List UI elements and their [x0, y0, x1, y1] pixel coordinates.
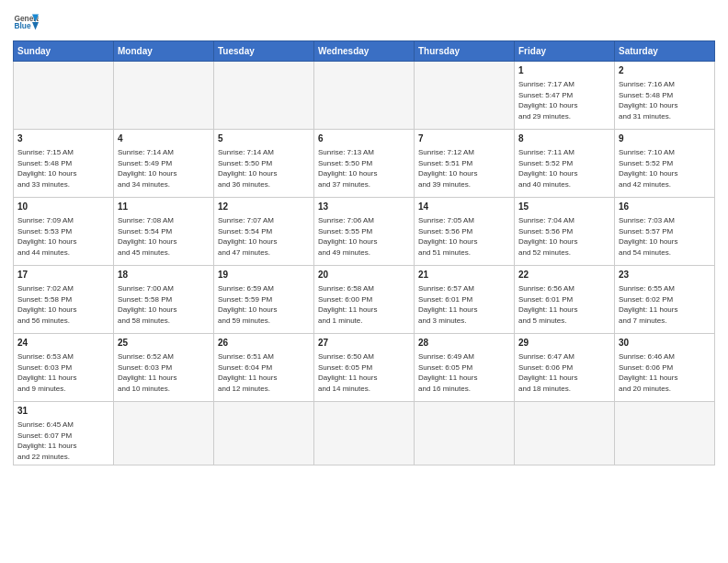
calendar-day-cell	[214, 402, 314, 465]
day-info: Sunrise: 7:02 AM Sunset: 5:58 PM Dayligh…	[17, 283, 109, 326]
day-info: Sunrise: 7:11 AM Sunset: 5:52 PM Dayligh…	[518, 147, 610, 190]
calendar-body: 1Sunrise: 7:17 AM Sunset: 5:47 PM Daylig…	[14, 62, 715, 465]
logo-icon: General Blue	[13, 9, 39, 35]
day-info: Sunrise: 7:03 AM Sunset: 5:57 PM Dayligh…	[619, 215, 711, 258]
calendar-day-cell: 17Sunrise: 7:02 AM Sunset: 5:58 PM Dayli…	[14, 266, 114, 334]
day-number: 28	[418, 337, 510, 350]
day-number: 17	[17, 269, 109, 282]
day-info: Sunrise: 6:51 AM Sunset: 6:04 PM Dayligh…	[218, 351, 310, 394]
day-number: 9	[619, 132, 711, 145]
calendar-day-cell: 15Sunrise: 7:04 AM Sunset: 5:56 PM Dayli…	[515, 198, 615, 266]
calendar-day-cell: 18Sunrise: 7:00 AM Sunset: 5:58 PM Dayli…	[114, 266, 214, 334]
calendar-day-cell	[114, 402, 214, 465]
day-info: Sunrise: 7:16 AM Sunset: 5:48 PM Dayligh…	[619, 79, 711, 121]
calendar-week-row: 31Sunrise: 6:45 AM Sunset: 6:07 PM Dayli…	[14, 402, 715, 465]
calendar-day-cell: 22Sunrise: 6:56 AM Sunset: 6:01 PM Dayli…	[515, 266, 615, 334]
calendar-header-cell: Wednesday	[314, 41, 415, 62]
calendar-day-cell: 4Sunrise: 7:14 AM Sunset: 5:49 PM Daylig…	[114, 130, 214, 198]
calendar-header-cell: Sunday	[14, 41, 114, 62]
calendar-day-cell	[615, 402, 715, 465]
calendar-header-cell: Tuesday	[214, 41, 314, 62]
day-number: 20	[318, 269, 410, 282]
calendar-day-cell	[314, 402, 415, 465]
day-info: Sunrise: 6:46 AM Sunset: 6:06 PM Dayligh…	[619, 351, 711, 394]
day-number: 12	[218, 201, 310, 213]
day-number: 10	[17, 201, 109, 213]
calendar-day-cell: 1Sunrise: 7:17 AM Sunset: 5:47 PM Daylig…	[515, 62, 615, 130]
calendar-header: SundayMondayTuesdayWednesdayThursdayFrid…	[14, 41, 715, 62]
calendar-day-cell: 16Sunrise: 7:03 AM Sunset: 5:57 PM Dayli…	[615, 198, 715, 266]
header: General Blue	[13, 9, 715, 35]
calendar-day-cell: 10Sunrise: 7:09 AM Sunset: 5:53 PM Dayli…	[14, 198, 114, 266]
day-number: 22	[518, 269, 610, 282]
day-info: Sunrise: 7:14 AM Sunset: 5:49 PM Dayligh…	[118, 147, 210, 190]
day-info: Sunrise: 7:12 AM Sunset: 5:51 PM Dayligh…	[418, 147, 510, 190]
day-number: 24	[17, 337, 109, 350]
calendar-day-cell: 30Sunrise: 6:46 AM Sunset: 6:06 PM Dayli…	[615, 334, 715, 402]
day-info: Sunrise: 6:56 AM Sunset: 6:01 PM Dayligh…	[518, 283, 610, 326]
day-info: Sunrise: 6:55 AM Sunset: 6:02 PM Dayligh…	[619, 283, 711, 326]
day-info: Sunrise: 7:09 AM Sunset: 5:53 PM Dayligh…	[17, 215, 109, 258]
day-info: Sunrise: 7:05 AM Sunset: 5:56 PM Dayligh…	[418, 215, 510, 258]
calendar-day-cell: 28Sunrise: 6:49 AM Sunset: 6:05 PM Dayli…	[415, 334, 515, 402]
day-number: 25	[118, 337, 210, 350]
day-number: 30	[619, 337, 711, 350]
calendar-day-cell	[515, 402, 615, 465]
calendar-week-row: 17Sunrise: 7:02 AM Sunset: 5:58 PM Dayli…	[14, 266, 715, 334]
calendar-day-cell: 24Sunrise: 6:53 AM Sunset: 6:03 PM Dayli…	[14, 334, 114, 402]
day-number: 18	[118, 269, 210, 282]
day-info: Sunrise: 7:10 AM Sunset: 5:52 PM Dayligh…	[619, 147, 711, 190]
calendar-day-cell: 29Sunrise: 6:47 AM Sunset: 6:06 PM Dayli…	[515, 334, 615, 402]
day-number: 8	[518, 132, 610, 145]
calendar-day-cell	[214, 62, 314, 130]
calendar-day-cell: 3Sunrise: 7:15 AM Sunset: 5:48 PM Daylig…	[14, 130, 114, 198]
calendar-header-cell: Thursday	[415, 41, 515, 62]
calendar-day-cell: 31Sunrise: 6:45 AM Sunset: 6:07 PM Dayli…	[14, 402, 114, 465]
svg-text:Blue: Blue	[14, 21, 30, 30]
day-number: 16	[619, 201, 711, 213]
day-info: Sunrise: 6:49 AM Sunset: 6:05 PM Dayligh…	[418, 351, 510, 394]
day-number: 19	[218, 269, 310, 282]
calendar-day-cell: 19Sunrise: 6:59 AM Sunset: 5:59 PM Dayli…	[214, 266, 314, 334]
day-info: Sunrise: 7:17 AM Sunset: 5:47 PM Dayligh…	[518, 79, 610, 121]
day-number: 1	[518, 64, 610, 77]
logo: General Blue	[13, 9, 39, 35]
day-info: Sunrise: 7:13 AM Sunset: 5:50 PM Dayligh…	[318, 147, 410, 190]
day-info: Sunrise: 6:53 AM Sunset: 6:03 PM Dayligh…	[17, 351, 109, 394]
calendar-day-cell	[415, 62, 515, 130]
day-info: Sunrise: 7:06 AM Sunset: 5:55 PM Dayligh…	[318, 215, 410, 258]
day-info: Sunrise: 6:45 AM Sunset: 6:07 PM Dayligh…	[17, 419, 109, 462]
day-number: 15	[518, 201, 610, 213]
day-number: 11	[118, 201, 210, 213]
day-info: Sunrise: 6:57 AM Sunset: 6:01 PM Dayligh…	[418, 283, 510, 326]
calendar-header-row: SundayMondayTuesdayWednesdayThursdayFrid…	[14, 41, 715, 62]
calendar-header-cell: Monday	[114, 41, 214, 62]
calendar-day-cell: 7Sunrise: 7:12 AM Sunset: 5:51 PM Daylig…	[415, 130, 515, 198]
day-number: 31	[17, 405, 109, 418]
calendar: SundayMondayTuesdayWednesdayThursdayFrid…	[13, 40, 715, 465]
calendar-day-cell: 11Sunrise: 7:08 AM Sunset: 5:54 PM Dayli…	[114, 198, 214, 266]
day-number: 23	[619, 269, 711, 282]
day-info: Sunrise: 6:58 AM Sunset: 6:00 PM Dayligh…	[318, 283, 410, 326]
day-number: 29	[518, 337, 610, 350]
svg-marker-3	[32, 22, 39, 29]
day-info: Sunrise: 7:14 AM Sunset: 5:50 PM Dayligh…	[218, 147, 310, 190]
day-number: 27	[318, 337, 410, 350]
day-info: Sunrise: 7:07 AM Sunset: 5:54 PM Dayligh…	[218, 215, 310, 258]
calendar-day-cell: 26Sunrise: 6:51 AM Sunset: 6:04 PM Dayli…	[214, 334, 314, 402]
day-number: 7	[418, 132, 510, 145]
calendar-day-cell	[114, 62, 214, 130]
day-number: 3	[17, 132, 109, 145]
calendar-day-cell: 2Sunrise: 7:16 AM Sunset: 5:48 PM Daylig…	[615, 62, 715, 130]
calendar-day-cell: 14Sunrise: 7:05 AM Sunset: 5:56 PM Dayli…	[415, 198, 515, 266]
calendar-week-row: 24Sunrise: 6:53 AM Sunset: 6:03 PM Dayli…	[14, 334, 715, 402]
calendar-day-cell: 20Sunrise: 6:58 AM Sunset: 6:00 PM Dayli…	[314, 266, 415, 334]
day-number: 2	[619, 64, 711, 77]
day-info: Sunrise: 7:00 AM Sunset: 5:58 PM Dayligh…	[118, 283, 210, 326]
day-info: Sunrise: 6:47 AM Sunset: 6:06 PM Dayligh…	[518, 351, 610, 394]
calendar-day-cell	[14, 62, 114, 130]
day-number: 14	[418, 201, 510, 213]
calendar-day-cell: 25Sunrise: 6:52 AM Sunset: 6:03 PM Dayli…	[114, 334, 214, 402]
calendar-week-row: 3Sunrise: 7:15 AM Sunset: 5:48 PM Daylig…	[14, 130, 715, 198]
day-info: Sunrise: 7:15 AM Sunset: 5:48 PM Dayligh…	[17, 147, 109, 190]
